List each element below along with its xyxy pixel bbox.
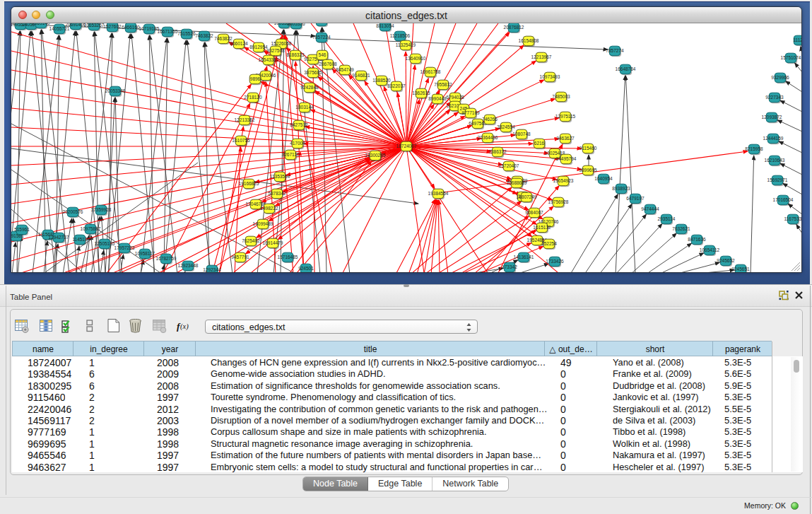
svg-text:16914479: 16914479 [263, 240, 283, 245]
svg-text:15692971: 15692971 [767, 177, 788, 182]
svg-text:7463822: 7463822 [214, 36, 233, 41]
svg-text:10654112: 10654112 [700, 247, 720, 252]
svg-text:16648784: 16648784 [616, 66, 636, 71]
svg-text:11353594: 11353594 [270, 174, 290, 179]
svg-text:1640954: 1640954 [594, 176, 613, 181]
svg-text:546: 546 [319, 52, 326, 57]
svg-text:8938923: 8938923 [612, 186, 630, 191]
svg-text:14136141: 14136141 [514, 255, 534, 259]
svg-text:2069140: 2069140 [32, 23, 50, 25]
svg-text:17359928: 17359928 [91, 207, 112, 212]
svg-text:515961: 515961 [14, 227, 30, 232]
svg-text:1733426: 1733426 [546, 259, 564, 264]
svg-text:9896: 9896 [250, 76, 261, 81]
svg-text:17957223: 17957223 [114, 245, 135, 250]
svg-text:7955812: 7955812 [434, 82, 452, 87]
svg-text:20876812: 20876812 [504, 25, 524, 30]
svg-text:18807249: 18807249 [517, 194, 537, 199]
svg-text:10975887: 10975887 [81, 226, 101, 231]
svg-text:14055721: 14055721 [49, 26, 70, 31]
svg-text:8322037: 8322037 [387, 83, 406, 88]
svg-text:15716485: 15716485 [278, 255, 298, 259]
svg-text:9474444: 9474444 [641, 206, 659, 211]
svg-text:9084067: 9084067 [525, 210, 543, 215]
svg-text:16210643: 16210643 [765, 158, 785, 163]
svg-text:7857274: 7857274 [606, 48, 624, 53]
svg-text:7485003: 7485003 [552, 94, 570, 99]
svg-text:2718120: 2718120 [244, 95, 262, 100]
svg-text:16671355: 16671355 [158, 29, 178, 34]
svg-text:1803144: 1803144 [295, 105, 314, 110]
svg-text:5878342: 5878342 [268, 191, 286, 196]
svg-text:8471636: 8471636 [688, 237, 706, 242]
svg-text:10958117: 10958117 [135, 251, 155, 256]
svg-text:3824554: 3824554 [497, 124, 515, 129]
svg-text:1362615: 1362615 [412, 90, 430, 95]
svg-text:12505135: 12505135 [95, 241, 115, 246]
svg-text:20364436: 20364436 [478, 135, 498, 140]
svg-text:(x): (x) [180, 322, 189, 331]
svg-text:8215958: 8215958 [745, 146, 763, 151]
svg-text:10688639: 10688639 [507, 180, 527, 185]
svg-text:15751074: 15751074 [781, 55, 801, 60]
svg-text:16154808: 16154808 [519, 38, 539, 43]
svg-text:417004: 417004 [290, 141, 305, 146]
svg-text:3875685: 3875685 [304, 70, 322, 75]
svg-text:8912954: 8912954 [249, 45, 268, 49]
svg-text:9227343: 9227343 [765, 95, 784, 100]
svg-text:9777169: 9777169 [461, 110, 480, 115]
svg-text:9245651: 9245651 [731, 267, 750, 271]
svg-text:10653267: 10653267 [84, 23, 105, 28]
svg-text:1615132: 1615132 [533, 225, 551, 230]
svg-text:2867608: 2867608 [319, 62, 337, 66]
svg-text:19166825: 19166825 [239, 181, 259, 186]
svg-text:7632621: 7632621 [672, 226, 690, 231]
svg-text:16543382: 16543382 [259, 57, 279, 62]
svg-text:7857224: 7857224 [312, 35, 331, 40]
svg-text:114513: 114513 [72, 237, 88, 242]
svg-text:9327508: 9327508 [266, 48, 285, 53]
svg-text:8454749: 8454749 [336, 67, 354, 72]
svg-text:20053346: 20053346 [105, 88, 126, 93]
svg-text:19756928: 19756928 [548, 199, 569, 204]
svg-text:1080748: 1080748 [512, 132, 531, 136]
svg-text:3267110: 3267110 [282, 152, 300, 157]
svg-text:173342: 173342 [502, 264, 517, 269]
svg-text:6216: 6216 [534, 141, 545, 146]
svg-text:18724007: 18724007 [396, 144, 417, 148]
svg-text:10719185: 10719185 [139, 26, 160, 31]
svg-text:12975115: 12975115 [555, 114, 576, 119]
svg-text:12942737: 12942737 [49, 235, 69, 240]
svg-text:12093872: 12093872 [762, 115, 782, 119]
svg-text:12213967: 12213967 [531, 54, 552, 59]
svg-text:17016504: 17016504 [773, 197, 794, 202]
svg-text:8660124: 8660124 [230, 41, 248, 46]
svg-text:1167533: 1167533 [784, 216, 801, 221]
svg-text:9146821: 9146821 [352, 73, 370, 78]
svg-text:15226058: 15226058 [271, 41, 292, 46]
svg-text:8990448: 8990448 [428, 96, 447, 101]
svg-text:11325419: 11325419 [396, 42, 416, 47]
svg-text:12213382: 12213382 [235, 117, 255, 122]
svg-text:20691406: 20691406 [66, 23, 86, 27]
svg-text:7625402: 7625402 [242, 238, 260, 243]
svg-text:19384554: 19384554 [428, 191, 449, 196]
svg-text:6466160: 6466160 [122, 25, 140, 30]
svg-text:9457791: 9457791 [231, 255, 249, 259]
svg-text:9899695: 9899695 [579, 168, 597, 173]
svg-text:8813054: 8813054 [376, 23, 394, 28]
svg-text:9463627: 9463627 [556, 136, 575, 141]
svg-text:252254: 252254 [541, 241, 557, 246]
svg-text:1388520: 1388520 [372, 78, 391, 83]
svg-text:1292344: 1292344 [203, 267, 221, 272]
svg-text:18300295: 18300295 [365, 153, 386, 158]
svg-text:7515526: 7515526 [177, 31, 196, 36]
svg-text:6479197: 6479197 [626, 196, 645, 201]
svg-text:16782759: 16782759 [156, 256, 177, 261]
svg-text:2935114: 2935114 [658, 216, 676, 221]
svg-text:16961758: 16961758 [420, 69, 441, 74]
svg-text:13640910: 13640910 [406, 56, 426, 61]
svg-text:12923448: 12923448 [178, 263, 199, 268]
svg-text:11218506: 11218506 [390, 33, 411, 38]
svg-text:9115460: 9115460 [579, 146, 597, 151]
